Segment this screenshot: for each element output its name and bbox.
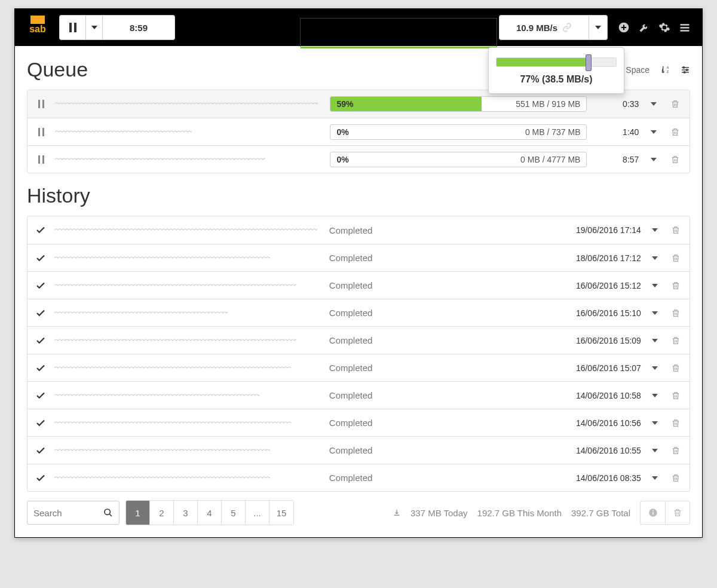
item-pause-button[interactable]: [35, 155, 48, 164]
menu-button[interactable]: [675, 16, 695, 39]
item-name[interactable]: [54, 310, 322, 316]
page-2[interactable]: 2: [150, 501, 174, 525]
item-expand-button[interactable]: [646, 102, 660, 106]
tools-button[interactable]: [634, 16, 654, 39]
add-button[interactable]: [614, 16, 634, 39]
item-delete-button[interactable]: [668, 99, 682, 109]
item-progress: 0%0 MB / 4777 MB: [330, 152, 587, 167]
item-delete-button[interactable]: [668, 155, 682, 164]
logo[interactable]: sab: [22, 12, 53, 43]
item-status: Completed: [329, 225, 556, 235]
item-expand-button[interactable]: [648, 311, 662, 315]
item-expand-button[interactable]: [648, 421, 662, 425]
item-name[interactable]: [54, 448, 322, 454]
item-status-icon: [35, 253, 47, 264]
item-status: Completed: [329, 335, 556, 345]
item-status-icon: [35, 390, 47, 401]
item-delete-button[interactable]: [669, 225, 682, 235]
item-name[interactable]: [54, 227, 322, 233]
history-clear-button[interactable]: [665, 501, 690, 525]
speed-display[interactable]: 10.9 MB/s: [500, 16, 589, 39]
item-name[interactable]: [55, 101, 323, 107]
overall-progress: [300, 18, 497, 47]
speed-slider-thumb[interactable]: [586, 54, 592, 71]
page-1[interactable]: 1: [126, 501, 150, 525]
search-box[interactable]: [27, 501, 120, 525]
item-pause-button[interactable]: [35, 128, 48, 136]
item-status: Completed: [329, 390, 556, 400]
download-stats-icon: [393, 509, 401, 517]
speed-dropdown-button[interactable]: [589, 16, 607, 39]
item-name[interactable]: [54, 338, 322, 344]
item-delete-button[interactable]: [669, 281, 682, 290]
item-expand-button[interactable]: [648, 284, 662, 287]
item-delete-button[interactable]: [669, 418, 682, 428]
plus-circle-icon: [618, 22, 630, 33]
item-delete-button[interactable]: [669, 473, 682, 483]
item-name[interactable]: [54, 255, 322, 261]
item-expand-button[interactable]: [648, 476, 662, 480]
queue-time-remaining: 8:59: [103, 16, 174, 39]
item-name[interactable]: [54, 283, 322, 289]
item-expand-button[interactable]: [646, 158, 660, 161]
search-icon[interactable]: [103, 508, 113, 517]
item-name[interactable]: [54, 393, 322, 399]
settings-button[interactable]: [654, 16, 675, 39]
stats-month: 192.7 GB This Month: [477, 508, 562, 518]
item-name[interactable]: [54, 365, 322, 371]
stats-total: 392.7 GB Total: [571, 508, 630, 518]
pause-button[interactable]: [60, 16, 86, 39]
item-name[interactable]: [54, 420, 322, 426]
speed-slider[interactable]: [496, 57, 617, 67]
page-5[interactable]: 5: [222, 501, 246, 525]
item-name[interactable]: [54, 475, 322, 481]
item-status: Completed: [329, 418, 556, 428]
item-status: Completed: [329, 473, 556, 483]
item-expand-button[interactable]: [648, 228, 662, 232]
item-expand-button[interactable]: [648, 366, 662, 370]
item-delete-button[interactable]: [669, 391, 682, 400]
page-...[interactable]: ...: [246, 501, 269, 525]
sort-button[interactable]: AZ: [660, 65, 670, 75]
item-delete-button[interactable]: [668, 127, 682, 137]
svg-rect-4: [681, 24, 690, 26]
item-status-icon: [35, 280, 47, 291]
item-delete-button[interactable]: [669, 363, 682, 373]
item-expand-button[interactable]: [648, 449, 662, 452]
search-input[interactable]: [33, 508, 103, 518]
item-progress: 0%0 MB / 737 MB: [330, 124, 587, 140]
item-percent: 0%: [330, 155, 348, 164]
page-3[interactable]: 3: [174, 501, 198, 525]
item-percent: 59%: [330, 99, 353, 109]
pause-dropdown-button[interactable]: [86, 16, 103, 39]
item-size: 551 MB / 919 MB: [516, 99, 586, 109]
item-expand-button[interactable]: [646, 130, 660, 134]
item-expand-button[interactable]: [648, 256, 662, 260]
item-delete-button[interactable]: [669, 336, 682, 345]
item-pause-button[interactable]: [35, 100, 48, 108]
item-date: 14/06/2016 10:55: [563, 446, 641, 455]
queue-options-button[interactable]: [681, 65, 690, 75]
item-expand-button[interactable]: [648, 394, 662, 397]
item-status-icon: [35, 363, 47, 373]
history-info-button[interactable]: [640, 501, 665, 525]
item-delete-button[interactable]: [669, 253, 682, 263]
page-15[interactable]: 15: [269, 501, 293, 525]
svg-text:Z: Z: [667, 69, 669, 73]
item-name[interactable]: [55, 129, 323, 135]
item-delete-button[interactable]: [669, 308, 682, 318]
item-date: 14/06/2016 10:58: [563, 391, 641, 400]
svg-point-12: [105, 509, 110, 514]
item-status-icon: [35, 473, 47, 483]
history-row: Completed14/06/2016 10:58: [27, 381, 690, 409]
trash-icon: [673, 508, 682, 517]
item-name[interactable]: [55, 157, 323, 163]
item-date: 16/06/2016 15:09: [563, 336, 641, 345]
wrench-icon: [638, 22, 650, 33]
item-expand-button[interactable]: [648, 339, 662, 342]
queue-row: 0%0 MB / 737 MB1:40: [27, 118, 690, 145]
item-delete-button[interactable]: [669, 446, 682, 455]
info-circle-icon: [648, 508, 658, 517]
page-4[interactable]: 4: [198, 501, 222, 525]
footer: 12345...15 337 MB Today 192.7 GB This Mo…: [27, 500, 690, 525]
